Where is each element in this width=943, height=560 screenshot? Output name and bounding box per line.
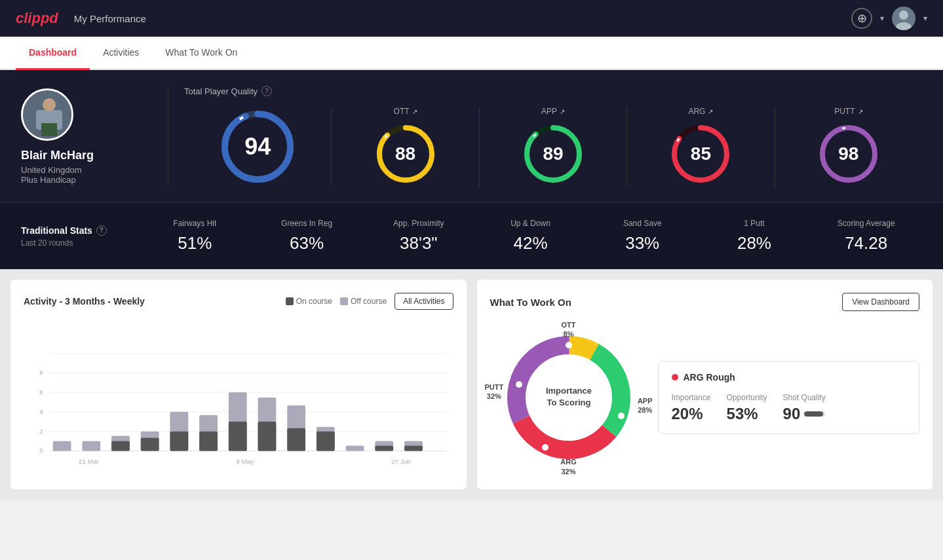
svg-text:9 May: 9 May [236,458,254,465]
top-nav: clippd My Performance ⊕ ▾ ▾ [0,0,943,37]
chart-area: 0 2 4 6 8 [24,320,453,474]
stat-app-proximity: App. Proximity 38'3" [362,219,474,253]
trad-stats-title: Traditional Stats ? [21,225,139,236]
stat-label-group: Traditional Stats ? Last 20 rounds [21,225,139,248]
quality-label: Total Player Quality ? [184,86,922,96]
app-score-number: 89 [543,143,563,164]
svg-point-1 [899,10,908,20]
svg-text:0: 0 [39,447,43,454]
putt-label: PUTT ↗ [834,107,862,116]
legend-on-course: On course [286,297,332,306]
stats-values: Fairways Hit 51% Greens In Reg 63% App. … [139,219,922,253]
trad-stats-sublabel: Last 20 rounds [21,238,139,248]
user-avatar-button[interactable] [892,7,915,30]
ott-score-number: 88 [395,143,415,164]
chart-legend: On course Off course [286,297,387,306]
svg-rect-40 [141,438,159,451]
svg-text:8: 8 [39,369,43,376]
activity-panel: Activity - 3 Months - Weekly On course O… [10,280,467,489]
svg-rect-55 [375,445,393,451]
quality-section: Total Player Quality ? 94 OTT [184,86,922,187]
svg-rect-53 [346,445,364,451]
svg-rect-42 [170,432,188,451]
shot-quality-bar-bg [804,411,825,417]
nav-right: ⊕ ▾ ▾ [851,7,927,30]
logo: clippd My Performance [16,10,146,27]
trad-stats-help-icon[interactable]: ? [96,225,107,236]
ott-label: OTT ↗ [394,107,417,116]
hero-section: Blair McHarg United Kingdom Plus Handica… [0,70,943,202]
svg-rect-52 [317,432,335,451]
svg-point-5 [43,98,56,111]
tab-dashboard[interactable]: Dashboard [16,37,90,70]
stat-greens-in-reg: Greens In Reg 63% [251,219,363,253]
svg-rect-6 [41,123,57,136]
svg-rect-57 [404,445,423,451]
svg-point-68 [516,381,522,388]
off-course-dot [340,297,348,305]
what-to-work-on-panel: What To Work On View Dashboard [477,280,933,489]
player-name: Blair McHarg [21,149,94,162]
player-info: Blair McHarg United Kingdom Plus Handica… [21,88,152,185]
svg-text:Importance: Importance [545,386,591,396]
putt-score: PUTT ↗ 98 [775,107,922,187]
stat-sand-save: Sand Save 33% [587,219,699,253]
plus-icon: ⊕ [857,11,867,26]
red-dot-icon [672,374,678,381]
arg-score: ARG ↗ 85 [627,107,775,187]
svg-point-65 [566,342,572,348]
hero-divider [168,86,168,187]
arg-score-number: 85 [691,143,711,164]
user-chevron: ▾ [923,14,927,23]
svg-text:To Scoring: To Scoring [547,398,590,407]
view-dashboard-button[interactable]: View Dashboard [842,293,919,311]
arg-arrow: ↗ [708,108,713,115]
stat-up-down: Up & Down 42% [474,219,587,253]
tab-bar: Dashboard Activities What To Work On [0,37,943,70]
player-handicap: Plus Handicap [21,175,76,185]
stat-1-putt: 1 Putt 28% [699,219,811,253]
svg-point-67 [542,444,548,451]
svg-rect-35 [82,441,100,451]
donut-chart-svg: Importance To Scoring [490,319,647,476]
scores-row: 94 OTT ↗ 88 [184,107,922,187]
quality-help-icon[interactable]: ? [261,86,272,96]
shot-quality-row: 90 [783,405,826,423]
info-card: ARG Rough Importance 20% Opportunity 53%… [658,361,920,434]
info-metrics: Importance 20% Opportunity 53% Shot Qual… [672,393,906,423]
work-title: What To Work On [490,297,571,308]
player-avatar [21,88,73,141]
on-course-dot [286,297,294,305]
ott-arrow: ↗ [412,108,417,115]
stats-bar: Traditional Stats ? Last 20 rounds Fairw… [0,202,943,269]
add-button[interactable]: ⊕ [851,8,872,29]
app-segment-label: APP28% [638,396,653,415]
donut-chart-wrapper: Importance To Scoring OTT8% APP28% ARG32… [490,319,647,476]
all-activities-button[interactable]: All Activities [395,293,453,310]
app-label: APP ↗ [541,107,565,116]
logo-text: clippd [16,10,58,27]
putt-segment-label: PUTT32% [485,383,504,401]
chart-title: Activity - 3 Months - Weekly [24,296,145,307]
tab-activities[interactable]: Activities [90,37,152,70]
svg-rect-38 [111,441,130,451]
svg-rect-50 [287,428,305,451]
add-chevron: ▾ [880,14,884,23]
svg-point-66 [618,413,625,419]
svg-rect-33 [53,441,71,451]
svg-rect-46 [229,422,247,451]
tab-what-to-work-on[interactable]: What To Work On [152,37,250,70]
stat-fairways-hit: Fairways Hit 51% [139,219,251,253]
svg-text:4: 4 [39,408,43,415]
legend-off-course: Off course [340,297,387,306]
svg-text:2: 2 [39,428,43,435]
svg-text:27 Jun: 27 Jun [391,458,411,465]
info-card-title: ARG Rough [672,372,906,383]
shot-quality-bar-fill [804,411,823,417]
putt-arrow: ↗ [858,108,863,115]
work-content: Importance To Scoring OTT8% APP28% ARG32… [490,319,920,476]
work-header: What To Work On View Dashboard [490,293,920,311]
app-arrow: ↗ [560,108,565,115]
stat-scoring-avg: Scoring Average 74.28 [810,219,922,253]
svg-text:21 Mar: 21 Mar [79,458,100,465]
